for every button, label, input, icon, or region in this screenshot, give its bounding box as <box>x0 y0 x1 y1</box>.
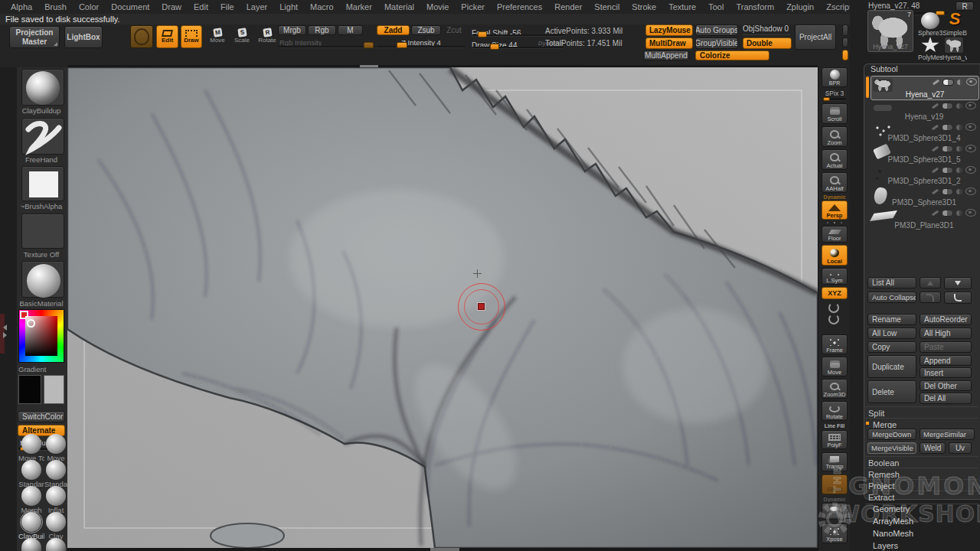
quick-tool-polymesh-star-icon[interactable] <box>921 37 939 54</box>
projectall-button[interactable]: ProjectAll <box>795 24 836 50</box>
rgb-button[interactable]: Rgb <box>308 25 336 35</box>
current-alpha-thumbnail[interactable] <box>21 166 64 201</box>
scale-button[interactable]: S Scale <box>231 28 253 48</box>
menu-stencil[interactable]: Stencil <box>588 2 626 11</box>
solo-button[interactable]: Solo <box>822 503 848 520</box>
palette-arraymesh[interactable]: ArrayMesh <box>873 517 972 526</box>
z-intensity-handle[interactable] <box>397 42 407 48</box>
quick-brush-4-icon[interactable] <box>46 460 66 480</box>
del-other-button[interactable]: Del Other <box>920 380 972 391</box>
active-tool-thumbnail[interactable]: 7 Hyena_v27 <box>867 10 913 52</box>
canvas-hscrollbar-bottom[interactable] <box>67 548 818 551</box>
subtool-header[interactable]: Subtool <box>864 64 979 75</box>
move-down-button[interactable] <box>944 277 972 289</box>
menu-macro[interactable]: Macro <box>304 2 340 11</box>
aahalf-button[interactable]: AAHalf <box>822 172 848 193</box>
all-low-button[interactable]: All Low <box>867 328 916 339</box>
m-button[interactable]: M <box>338 25 363 35</box>
rotate-z-icon[interactable] <box>828 314 839 323</box>
mrgb-button[interactable]: Mrgb <box>278 25 306 35</box>
merge-section-header[interactable]: Merge <box>865 418 978 429</box>
auto-collapse-button[interactable]: Auto Collapse <box>867 292 916 303</box>
quick-brush-claybuildup-icon[interactable] <box>21 512 41 532</box>
palette-geometry[interactable]: Geometry <box>873 504 972 514</box>
color-picker[interactable] <box>18 309 64 363</box>
boolean-section-header[interactable]: Boolean <box>865 456 978 468</box>
all-high-button[interactable]: All High <box>920 328 972 339</box>
lazymouse-toggle[interactable]: LazyMouse <box>645 24 693 36</box>
append-button[interactable]: Append <box>920 355 972 366</box>
subtool-row[interactable]: PM3D_Sphere3D1_5 <box>871 143 978 165</box>
scroll-button[interactable]: Scroll <box>822 103 848 124</box>
menu-transform[interactable]: Transform <box>730 2 780 11</box>
sculpt-canvas[interactable] <box>67 67 818 548</box>
spix-handle[interactable] <box>823 97 830 101</box>
local-toggle[interactable]: Local <box>822 245 848 266</box>
rgb-intensity-slider[interactable]: Rgb Intensity <box>278 38 375 48</box>
secondary-color-swatch[interactable] <box>44 375 64 404</box>
actual-button[interactable]: Actual <box>822 149 848 170</box>
zcut-button[interactable]: Zcut <box>443 25 466 35</box>
uv-button[interactable]: Uv <box>949 442 972 454</box>
clipped-button-3[interactable] <box>842 50 848 60</box>
list-all-button[interactable]: List All <box>867 277 916 289</box>
collapse-up-button[interactable] <box>920 292 941 303</box>
menu-file[interactable]: File <box>214 2 240 11</box>
persp-toggle[interactable]: Persp <box>822 201 848 220</box>
zadd-button[interactable]: Zadd <box>377 25 410 35</box>
zoom-button[interactable]: Zoom <box>822 126 848 147</box>
double-toggle[interactable]: Double <box>743 37 792 49</box>
autoreorder-button[interactable]: AutoReorder <box>920 314 972 325</box>
quick-tool-sphere3d-icon[interactable] <box>921 12 939 29</box>
bpr-button[interactable]: BPR <box>822 67 848 87</box>
menu-brush[interactable]: Brush <box>38 2 73 11</box>
clipped-button-1[interactable] <box>842 24 848 36</box>
quick-brush-2-icon[interactable] <box>46 434 66 454</box>
quick-tool-simplebrush-icon[interactable]: S <box>944 9 965 29</box>
subtool-row[interactable]: PM3D_Sphere3D1 <box>871 186 978 207</box>
stroke-preview-button[interactable] <box>130 25 153 48</box>
quick-tool-hyena-icon[interactable] <box>944 37 964 54</box>
move3d-button[interactable]: Move <box>822 357 848 377</box>
subtool-row[interactable]: PM3D_Plane3D1 <box>871 207 978 230</box>
zoom3d-button[interactable]: Zoom3D <box>822 379 848 399</box>
menu-edit[interactable]: Edit <box>188 2 214 11</box>
groupvisible-button[interactable]: GroupVisible <box>695 37 738 49</box>
polyframe-button[interactable]: PolyF <box>822 430 848 449</box>
subtool-row[interactable]: Hyena_v27 <box>871 76 979 100</box>
floor-toggle[interactable]: Floor <box>822 226 848 243</box>
subtool-row[interactable]: Hyena_v19 <box>871 100 978 122</box>
current-material-thumbnail[interactable] <box>21 261 64 298</box>
menu-document[interactable]: Document <box>105 2 155 11</box>
current-texture-thumbnail[interactable] <box>21 214 64 249</box>
rotate-y-icon[interactable] <box>828 302 839 311</box>
menu-zplugin[interactable]: Zplugin <box>780 2 820 11</box>
extract-section-header[interactable]: Extract <box>865 491 978 504</box>
tray-divider-arrows[interactable] <box>3 324 7 338</box>
menu-stroke[interactable]: Stroke <box>626 2 662 11</box>
mergesimilar-button[interactable]: MergeSimilar <box>920 429 975 440</box>
quick-brush-clay-icon[interactable] <box>46 512 66 532</box>
menu-material[interactable]: Material <box>378 2 420 11</box>
multidraw-toggle[interactable]: MultiDraw <box>645 37 693 49</box>
quick-brush-1-icon[interactable] <box>21 434 41 454</box>
collapse-down-button[interactable] <box>944 292 972 304</box>
copy-button[interactable]: Copy <box>867 341 916 353</box>
menu-marker[interactable]: Marker <box>340 2 378 11</box>
move-up-button[interactable] <box>920 277 941 289</box>
draw-size-handle[interactable] <box>490 44 499 50</box>
rotate-button[interactable]: R Rotate <box>256 28 279 48</box>
split-section-header[interactable]: Split <box>865 406 978 418</box>
hscroll-bottom-handle[interactable] <box>430 548 459 551</box>
menu-color[interactable]: Color <box>73 2 105 11</box>
menu-alpha[interactable]: Alpha <box>5 2 38 11</box>
lightbox-button[interactable]: LightBox <box>64 26 103 48</box>
menu-layer[interactable]: Layer <box>240 2 274 11</box>
mergedown-button[interactable]: MergeDown <box>867 429 916 440</box>
menu-picker[interactable]: Picker <box>455 2 491 11</box>
frame-button[interactable]: Frame <box>822 334 848 354</box>
menu-light[interactable]: Light <box>273 2 304 11</box>
duplicate-button[interactable]: Duplicate <box>867 355 916 378</box>
palette-nanomesh[interactable]: NanoMesh <box>873 529 972 538</box>
focal-shift-handle[interactable] <box>478 31 487 37</box>
